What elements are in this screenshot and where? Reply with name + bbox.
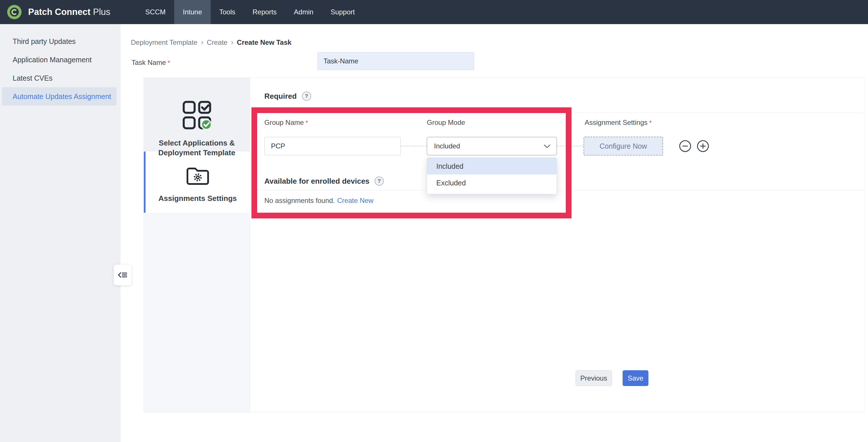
section-divider	[250, 113, 864, 113]
nav-item-intune[interactable]: Intune	[174, 0, 211, 24]
group-mode-dropdown: Included Excluded	[427, 158, 557, 194]
dropdown-option-excluded[interactable]: Excluded	[427, 175, 557, 191]
app-title-light: Plus	[93, 7, 110, 17]
group-mode-select[interactable]: Included	[427, 137, 557, 155]
remove-assignment-button[interactable]	[679, 140, 691, 152]
help-icon[interactable]: ?	[375, 177, 384, 186]
nav-item-reports[interactable]: Reports	[244, 0, 285, 24]
breadcrumb-separator-icon: ›	[231, 38, 234, 47]
no-assignments-text: No assignments found.	[265, 197, 335, 204]
sidebar-item-third-party-updates[interactable]: Third party Updates	[2, 32, 117, 51]
enrolled-devices-title: Available for enrolled devices	[265, 177, 369, 186]
group-name-input[interactable]	[265, 137, 401, 155]
breadcrumb-create-new-task: Create New Task	[237, 38, 291, 46]
folder-gear-icon	[186, 166, 210, 185]
sidebar-item-automate-updates-assignment[interactable]: Automate Updates Assignment	[2, 87, 117, 106]
required-asterisk: *	[649, 119, 652, 126]
step-completed-badge-icon	[202, 120, 211, 129]
sidebar-item-latest-cves[interactable]: Latest CVEs	[2, 69, 117, 87]
required-asterisk: *	[305, 119, 308, 126]
nav-item-support[interactable]: Support	[322, 0, 363, 24]
dropdown-option-included[interactable]: Included	[427, 158, 557, 175]
sidebar-item-application-management[interactable]: Application Management	[2, 51, 117, 69]
add-assignment-button[interactable]	[696, 140, 709, 152]
main-menu: SCCM Intune Tools Reports Admin Support	[136, 0, 363, 24]
no-assignments-row: No assignments found.Create New	[265, 197, 373, 204]
breadcrumb-create[interactable]: Create	[207, 38, 227, 46]
breadcrumb: Deployment Template › Create › Create Ne…	[131, 38, 291, 47]
required-section-title: Required	[265, 92, 297, 101]
nav-item-sccm[interactable]: SCCM	[136, 0, 174, 24]
sidebar: Third party Updates Application Manageme…	[0, 24, 121, 442]
nav-item-admin[interactable]: Admin	[285, 0, 322, 24]
apps-grid-check-icon	[182, 100, 212, 130]
group-name-label: Group Name*	[265, 119, 308, 127]
patch-connect-plus-app: Patch ConnectPlus SCCM Intune Tools Repo…	[0, 0, 868, 442]
brand-logo-icon[interactable]	[6, 4, 22, 20]
previous-button[interactable]: Previous	[576, 370, 612, 386]
field-connector-line	[557, 146, 584, 146]
breadcrumb-deployment-template[interactable]: Deployment Template	[131, 38, 197, 46]
top-navbar: Patch ConnectPlus SCCM Intune Tools Repo…	[0, 0, 868, 24]
help-icon[interactable]: ?	[302, 92, 311, 101]
chevron-down-icon	[544, 145, 550, 148]
required-section-header: Required ?	[265, 92, 311, 101]
enrolled-devices-header: Available for enrolled devices ?	[265, 177, 384, 186]
sidebar-collapse-button[interactable]	[114, 264, 131, 285]
step2-label: Assignments Settings	[146, 193, 250, 203]
app-title: Patch ConnectPlus	[28, 7, 110, 17]
group-mode-selected-value: Included	[434, 142, 460, 150]
field-connector-line	[401, 146, 427, 146]
app-title-bold: Patch Connect	[28, 7, 90, 17]
wizard-step-column: Select Applications & Deployment Templat…	[144, 78, 250, 412]
step1-label: Select Applications & Deployment Templat…	[144, 138, 250, 158]
group-mode-label: Group Mode	[427, 119, 465, 127]
create-task-card: Select Applications & Deployment Templat…	[144, 77, 865, 412]
nav-item-tools[interactable]: Tools	[211, 0, 244, 24]
breadcrumb-separator-icon: ›	[201, 38, 204, 47]
task-name-input[interactable]	[317, 52, 474, 70]
required-asterisk: *	[167, 59, 170, 66]
collapse-sidebar-icon	[118, 271, 127, 279]
assignment-settings-label: Assignment Settings*	[585, 119, 652, 127]
configure-now-button[interactable]: Configure Now	[584, 137, 663, 156]
step-select-applications[interactable]: Select Applications & Deployment Templat…	[144, 78, 250, 152]
step-assignments-settings[interactable]: Assignments Settings	[144, 152, 250, 213]
save-button[interactable]: Save	[623, 370, 648, 386]
section-divider	[250, 190, 864, 190]
task-name-label: Task Name*	[131, 59, 170, 67]
create-new-link[interactable]: Create New	[337, 197, 373, 204]
assignments-settings-panel: Required ? Group Name* Group Mode Assign…	[250, 78, 864, 412]
